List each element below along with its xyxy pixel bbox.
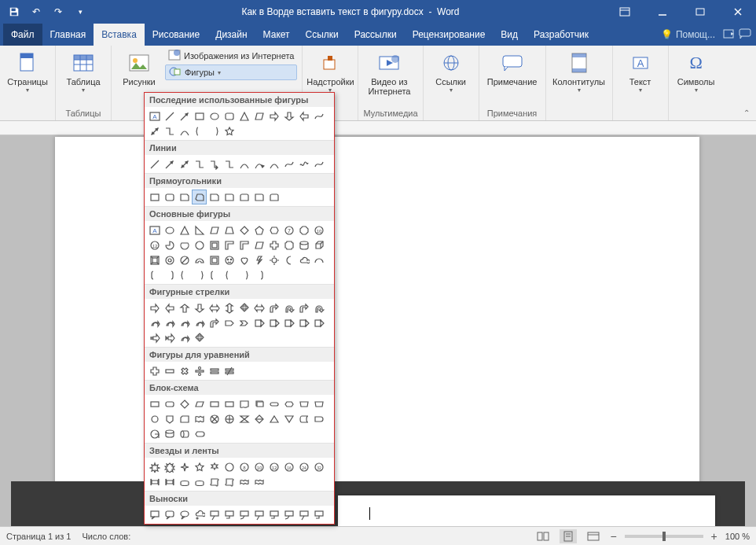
shape-callLine3[interactable] [237, 507, 251, 522]
tell-me-icon[interactable]: 💡 [661, 29, 673, 40]
shape-arrowQuad[interactable] [192, 330, 207, 345]
shape-callLine2[interactable] [266, 507, 281, 522]
zoom-in-icon[interactable]: + [711, 530, 717, 543]
shape-diamond[interactable] [237, 223, 251, 238]
shape-wave[interactable] [251, 474, 266, 489]
shape-flowTape[interactable] [192, 411, 207, 426]
shape-flowSeq[interactable] [147, 426, 162, 441]
shape-star24[interactable]: 24 [296, 459, 311, 474]
shape-flowRound[interactable] [162, 396, 177, 411]
shape-lightning[interactable] [251, 252, 266, 267]
shape-heptagon[interactable]: 7 [281, 223, 296, 238]
shape-curve[interactable] [237, 157, 251, 171]
shape-flowCollate[interactable] [237, 411, 251, 426]
close-icon[interactable] [720, 0, 756, 24]
shape-snip2[interactable] [192, 190, 207, 204]
shape-octagon[interactable] [296, 223, 311, 238]
shape-dodeca[interactable]: 12 [266, 459, 281, 474]
shape-chord[interactable] [177, 238, 192, 252]
shape-smiley[interactable] [222, 252, 237, 267]
tab-review[interactable]: Рецензирование [405, 24, 494, 46]
tab-draw[interactable]: Рисование [145, 24, 207, 46]
shape-flowSum[interactable] [207, 411, 222, 426]
shape-callRect[interactable] [147, 507, 162, 522]
shape-flowSort[interactable] [251, 411, 266, 426]
shape-elbow[interactable] [162, 123, 177, 138]
shape-triangle[interactable] [177, 223, 192, 238]
shape-bracket[interactable] [147, 267, 162, 282]
shape-sun[interactable] [266, 252, 281, 267]
shape-flowManual[interactable] [311, 396, 326, 411]
addins-button[interactable]: Надстройки ▾ [307, 49, 353, 95]
page-count-status[interactable]: Страница 1 из 1 [6, 532, 71, 541]
shape-callLine[interactable] [251, 507, 266, 522]
tab-references[interactable]: Ссылки [298, 24, 347, 46]
shape-arrowUD[interactable] [222, 300, 237, 315]
shape-star5[interactable] [222, 123, 237, 138]
table-button[interactable]: Таблица ▾ [61, 49, 106, 95]
shape-minus[interactable] [162, 363, 177, 378]
shape-scribble[interactable] [296, 157, 311, 171]
shape-flowRect[interactable] [207, 396, 222, 411]
shape-decagon[interactable]: 10 [311, 223, 326, 238]
shape-arrowLR[interactable] [207, 300, 222, 315]
shape-arrowPent[interactable] [222, 315, 237, 330]
symbols-button[interactable]: Ω Символы ▾ [673, 49, 719, 95]
shape-ribbonCurve[interactable] [177, 474, 192, 489]
shape-lframe[interactable] [222, 238, 237, 252]
shape-round1[interactable] [251, 190, 266, 204]
shape-plaque[interactable] [281, 238, 296, 252]
undo-icon[interactable]: ↶ [27, 2, 46, 21]
shape-callLine2[interactable] [222, 507, 237, 522]
shape-flowOffpage[interactable] [162, 411, 177, 426]
shape-hexagon[interactable] [266, 223, 281, 238]
shape-ellipse[interactable] [207, 109, 222, 123]
shape-round2[interactable] [237, 190, 251, 204]
shape-star32[interactable]: 32 [311, 459, 326, 474]
shape-star6[interactable] [207, 459, 222, 474]
shape-donut[interactable] [162, 252, 177, 267]
shape-flowMulti[interactable] [251, 396, 266, 411]
shape-ribbonCurve[interactable] [192, 474, 207, 489]
tab-file[interactable]: Файл [3, 24, 42, 46]
shape-can[interactable] [296, 238, 311, 252]
shape-roundrect[interactable] [162, 190, 177, 204]
shape-arrowR[interactable] [147, 300, 162, 315]
zoom-level[interactable]: 100 % [725, 532, 750, 541]
shape-cloud[interactable] [296, 252, 311, 267]
shape-ribbon[interactable] [162, 474, 177, 489]
read-mode-icon[interactable] [534, 529, 552, 543]
shape-flowMag[interactable] [162, 426, 177, 441]
shape-para[interactable] [207, 223, 222, 238]
zoom-out-icon[interactable]: − [610, 530, 616, 543]
shape-freeform[interactable] [281, 157, 296, 171]
shape-freeform[interactable] [311, 157, 326, 171]
shape-star16[interactable]: 16 [281, 459, 296, 474]
shape-arrowR[interactable] [266, 109, 281, 123]
shape-cross[interactable] [266, 238, 281, 252]
shape-flowRect[interactable] [147, 396, 162, 411]
shape-elbow[interactable] [192, 157, 207, 171]
shape-textbox[interactable]: A [147, 223, 162, 238]
shape-elbow[interactable] [222, 157, 237, 171]
shape-trap[interactable] [222, 223, 237, 238]
shape-pentagon[interactable] [251, 223, 266, 238]
shape-arrowU2[interactable] [311, 300, 326, 315]
shape-callCloud[interactable] [192, 507, 207, 522]
shape-scroll[interactable] [222, 474, 237, 489]
shape-blockArc[interactable] [192, 252, 207, 267]
shape-arrowNotch[interactable] [162, 330, 177, 345]
shape-triangle[interactable] [237, 109, 251, 123]
shape-arc[interactable] [311, 252, 326, 267]
shape-elbowArr[interactable] [207, 157, 222, 171]
shape-arrowU[interactable] [177, 300, 192, 315]
shape-neq[interactable] [222, 363, 237, 378]
shape-heart[interactable] [237, 252, 251, 267]
shape-arrowCurve[interactable] [147, 315, 162, 330]
shape-wave[interactable] [237, 474, 251, 489]
shape-freeform[interactable] [311, 109, 326, 123]
text-button[interactable]: A Текст ▾ [618, 49, 663, 95]
shape-explosion2[interactable] [162, 459, 177, 474]
shape-curveArr[interactable] [251, 157, 266, 171]
shape-flowCard[interactable] [177, 411, 192, 426]
